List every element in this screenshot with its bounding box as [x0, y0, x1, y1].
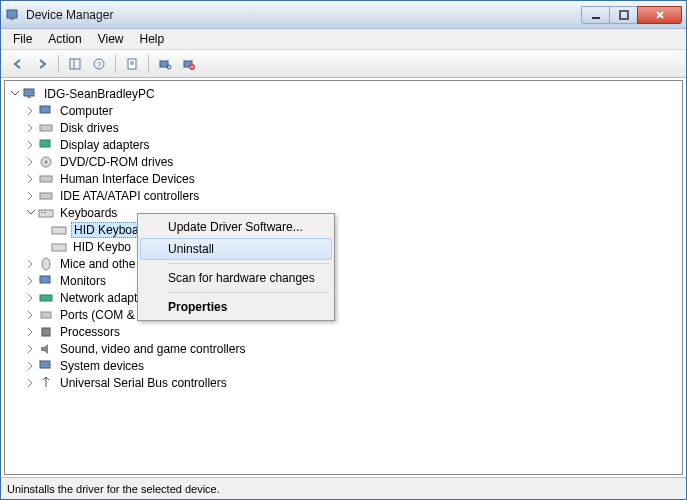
expand-icon[interactable]	[25, 292, 36, 303]
keyboard-icon	[51, 239, 67, 255]
expand-icon[interactable]	[25, 139, 36, 150]
svg-rect-16	[27, 96, 31, 98]
titlebar[interactable]: Device Manager	[1, 1, 686, 29]
device-tree: IDG-SeanBradleyPC Computer Disk drives D…	[5, 81, 682, 395]
expand-icon[interactable]	[25, 190, 36, 201]
svg-rect-22	[40, 176, 52, 182]
expand-icon[interactable]	[25, 309, 36, 320]
minimize-button[interactable]	[581, 6, 610, 24]
tree-node-network[interactable]: Network adapt	[7, 289, 680, 306]
forward-button[interactable]	[31, 53, 53, 75]
usb-icon	[38, 375, 54, 391]
tree-node-ports[interactable]: Ports (COM &	[7, 306, 680, 323]
menu-view[interactable]: View	[90, 30, 132, 48]
tree-label: Mice and othe	[58, 257, 137, 271]
tree-node-monitors[interactable]: Monitors	[7, 272, 680, 289]
tree-node-mice[interactable]: Mice and othe	[7, 255, 680, 272]
tree-node-kbd1[interactable]: HID Keyboard Device	[7, 221, 680, 238]
svg-rect-27	[52, 227, 66, 234]
tree-root[interactable]: IDG-SeanBradleyPC	[7, 85, 680, 102]
device-manager-window: Device Manager File Action View Help ? I…	[0, 0, 687, 500]
maximize-button[interactable]	[609, 6, 638, 24]
properties-button[interactable]	[121, 53, 143, 75]
svg-rect-18	[40, 125, 52, 131]
tree-label: Universal Serial Bus controllers	[58, 376, 229, 390]
svg-rect-33	[42, 328, 50, 336]
menu-file[interactable]: File	[5, 30, 40, 48]
show-hide-console-button[interactable]	[64, 53, 86, 75]
svg-rect-30	[40, 276, 50, 283]
dvd-icon	[38, 154, 54, 170]
expand-icon[interactable]	[25, 343, 36, 354]
expand-icon[interactable]	[25, 105, 36, 116]
tree-label: Processors	[58, 325, 122, 339]
svg-rect-2	[592, 17, 600, 19]
svg-rect-28	[52, 244, 66, 251]
ctx-update-driver[interactable]: Update Driver Software...	[140, 216, 332, 238]
expand-icon[interactable]	[25, 258, 36, 269]
network-icon	[38, 290, 54, 306]
scan-hardware-button[interactable]	[154, 53, 176, 75]
tree-node-display[interactable]: Display adapters	[7, 136, 680, 153]
svg-point-21	[45, 160, 48, 163]
tree-node-kbd2[interactable]: HID Keybo	[7, 238, 680, 255]
tree-label: Computer	[58, 104, 115, 118]
svg-text:?: ?	[97, 60, 102, 69]
svg-point-29	[42, 258, 50, 270]
ctx-scan-hardware[interactable]: Scan for hardware changes	[140, 267, 332, 289]
ctx-uninstall[interactable]: Uninstall	[140, 238, 332, 260]
ctx-properties[interactable]: Properties	[140, 296, 332, 318]
tree-label: IDG-SeanBradleyPC	[42, 87, 157, 101]
svg-rect-26	[44, 212, 46, 213]
computer-icon	[38, 103, 54, 119]
expand-icon[interactable]	[25, 173, 36, 184]
tree-content[interactable]: IDG-SeanBradleyPC Computer Disk drives D…	[4, 80, 683, 475]
uninstall-button[interactable]	[178, 53, 200, 75]
svg-rect-32	[41, 312, 51, 318]
expand-icon[interactable]	[25, 156, 36, 167]
sound-icon	[38, 341, 54, 357]
tree-node-processors[interactable]: Processors	[7, 323, 680, 340]
svg-rect-3	[620, 11, 628, 19]
tree-node-diskdrives[interactable]: Disk drives	[7, 119, 680, 136]
tree-label: Network adapt	[58, 291, 139, 305]
close-button[interactable]	[637, 6, 682, 24]
svg-rect-19	[40, 140, 50, 147]
collapse-icon[interactable]	[9, 88, 20, 99]
separator	[168, 292, 330, 293]
display-icon	[38, 137, 54, 153]
tree-node-dvd[interactable]: DVD/CD-ROM drives	[7, 153, 680, 170]
expand-icon[interactable]	[25, 275, 36, 286]
separator	[115, 55, 116, 73]
tree-node-hid[interactable]: Human Interface Devices	[7, 170, 680, 187]
collapse-icon[interactable]	[25, 207, 36, 218]
status-text: Uninstalls the driver for the selected d…	[7, 483, 220, 495]
svg-rect-23	[40, 193, 52, 199]
tree-node-computer[interactable]: Computer	[7, 102, 680, 119]
tree-node-usb[interactable]: Universal Serial Bus controllers	[7, 374, 680, 391]
tree-node-system[interactable]: System devices	[7, 357, 680, 374]
menu-help[interactable]: Help	[132, 30, 173, 48]
separator	[148, 55, 149, 73]
tree-node-sound[interactable]: Sound, video and game controllers	[7, 340, 680, 357]
tree-node-ide[interactable]: IDE ATA/ATAPI controllers	[7, 187, 680, 204]
svg-rect-4	[70, 59, 80, 69]
window-controls	[582, 6, 682, 24]
menu-action[interactable]: Action	[40, 30, 89, 48]
help-button[interactable]: ?	[88, 53, 110, 75]
separator	[168, 263, 330, 264]
svg-rect-24	[39, 210, 53, 217]
separator	[58, 55, 59, 73]
svg-rect-15	[24, 89, 34, 96]
expand-icon[interactable]	[25, 326, 36, 337]
svg-rect-31	[40, 295, 52, 301]
expand-icon[interactable]	[25, 377, 36, 388]
back-button[interactable]	[7, 53, 29, 75]
tree-label: HID Keybo	[71, 240, 133, 254]
expand-icon[interactable]	[25, 122, 36, 133]
computer-icon	[22, 86, 38, 102]
expand-icon[interactable]	[25, 360, 36, 371]
tree-label: Human Interface Devices	[58, 172, 197, 186]
tree-node-keyboards[interactable]: Keyboards	[7, 204, 680, 221]
tree-label: Monitors	[58, 274, 108, 288]
